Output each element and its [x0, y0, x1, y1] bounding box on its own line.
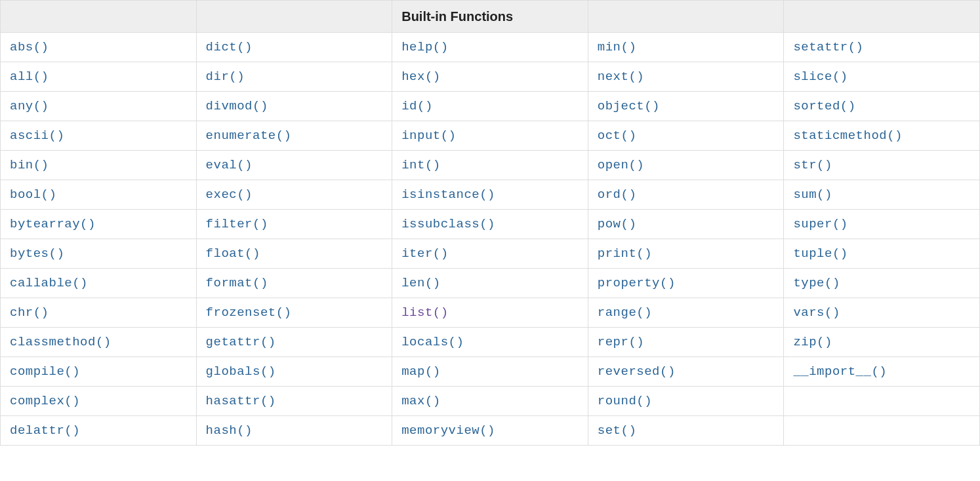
- table-cell: any(): [1, 92, 197, 121]
- function-link[interactable]: open(): [598, 158, 644, 172]
- function-link[interactable]: reversed(): [598, 364, 676, 379]
- function-link[interactable]: id(): [401, 99, 433, 113]
- function-link[interactable]: enumerate(): [206, 128, 292, 143]
- table-row: bin()eval()int()open()str(): [1, 151, 980, 180]
- function-link[interactable]: type(): [793, 276, 840, 290]
- function-link[interactable]: frozenset(): [206, 305, 292, 320]
- function-link[interactable]: sum(): [793, 187, 832, 202]
- function-link[interactable]: delattr(): [10, 423, 80, 438]
- table-cell: object(): [588, 92, 784, 121]
- table-cell: int(): [392, 151, 588, 180]
- table-header-row: Built-in Functions: [1, 1, 980, 33]
- table-cell: pow(): [588, 210, 784, 239]
- function-link[interactable]: float(): [206, 246, 260, 261]
- function-link[interactable]: isinstance(): [401, 187, 495, 202]
- function-link[interactable]: max(): [401, 394, 441, 408]
- function-link[interactable]: exec(): [206, 187, 253, 202]
- function-link[interactable]: abs(): [10, 40, 49, 54]
- function-link[interactable]: sorted(): [793, 99, 855, 113]
- function-link[interactable]: str(): [793, 158, 832, 172]
- function-link[interactable]: getattr(): [206, 335, 276, 349]
- function-link[interactable]: all(): [10, 69, 49, 84]
- table-cell: frozenset(): [196, 298, 392, 328]
- table-cell: [784, 416, 980, 446]
- table-cell: len(): [392, 269, 588, 298]
- table-cell: globals(): [196, 357, 392, 387]
- function-link[interactable]: chr(): [10, 305, 49, 320]
- table-cell: staticmethod(): [784, 121, 980, 151]
- function-link[interactable]: iter(): [401, 246, 448, 261]
- function-link[interactable]: min(): [598, 40, 637, 54]
- function-link[interactable]: bytearray(): [10, 217, 96, 231]
- function-link[interactable]: round(): [598, 394, 652, 408]
- function-link[interactable]: filter(): [206, 217, 268, 231]
- table-cell: next(): [588, 62, 784, 92]
- function-link[interactable]: next(): [598, 69, 644, 84]
- table-cell: set(): [588, 416, 784, 446]
- table-cell: bool(): [1, 180, 197, 210]
- table-cell: ord(): [588, 180, 784, 210]
- function-link[interactable]: issubclass(): [401, 217, 495, 231]
- function-link[interactable]: hex(): [401, 69, 441, 84]
- function-link[interactable]: ascii(): [10, 128, 64, 143]
- function-link[interactable]: divmod(): [206, 99, 268, 113]
- function-link[interactable]: dict(): [206, 40, 253, 54]
- function-link[interactable]: bin(): [10, 158, 49, 172]
- function-link[interactable]: locals(): [401, 335, 464, 349]
- function-link[interactable]: ord(): [598, 187, 637, 202]
- function-link[interactable]: dir(): [206, 69, 245, 84]
- function-link[interactable]: any(): [10, 99, 49, 113]
- function-link[interactable]: repr(): [598, 335, 644, 349]
- table-row: callable()format()len()property()type(): [1, 269, 980, 298]
- function-link[interactable]: eval(): [206, 158, 253, 172]
- table-row: all()dir()hex()next()slice(): [1, 62, 980, 92]
- table-row: any()divmod()id()object()sorted(): [1, 92, 980, 121]
- function-link[interactable]: format(): [206, 276, 268, 290]
- function-link[interactable]: hash(): [206, 423, 253, 438]
- table-cell: chr(): [1, 298, 197, 328]
- function-link[interactable]: map(): [401, 364, 441, 379]
- function-link[interactable]: super(): [793, 217, 847, 231]
- function-link[interactable]: zip(): [793, 335, 832, 349]
- function-link[interactable]: staticmethod(): [793, 128, 903, 143]
- table-body: abs()dict()help()min()setattr()all()dir(…: [1, 33, 980, 446]
- function-link[interactable]: len(): [401, 276, 441, 290]
- table-row: complex()hasattr()max()round(): [1, 387, 980, 416]
- table-cell: help(): [392, 33, 588, 62]
- function-link[interactable]: slice(): [793, 69, 847, 84]
- function-link[interactable]: object(): [598, 99, 660, 113]
- function-link[interactable]: vars(): [793, 305, 840, 320]
- function-link[interactable]: bool(): [10, 187, 56, 202]
- function-link[interactable]: classmethod(): [10, 335, 112, 349]
- function-link[interactable]: callable(): [10, 276, 88, 290]
- function-link[interactable]: range(): [598, 305, 652, 320]
- function-link[interactable]: tuple(): [793, 246, 847, 261]
- function-link[interactable]: set(): [598, 423, 637, 438]
- table-cell: repr(): [588, 328, 784, 357]
- function-link[interactable]: oct(): [598, 128, 637, 143]
- function-link[interactable]: print(): [598, 246, 652, 261]
- function-link[interactable]: __import__(): [793, 364, 887, 379]
- table-row: ascii()enumerate()input()oct()staticmeth…: [1, 121, 980, 151]
- function-link[interactable]: property(): [598, 276, 676, 290]
- function-link[interactable]: int(): [401, 158, 441, 172]
- table-cell: [784, 387, 980, 416]
- function-link[interactable]: input(): [401, 128, 456, 143]
- function-link[interactable]: list(): [401, 305, 448, 320]
- table-cell: tuple(): [784, 239, 980, 269]
- table-cell: type(): [784, 269, 980, 298]
- function-link[interactable]: globals(): [206, 364, 276, 379]
- function-link[interactable]: compile(): [10, 364, 80, 379]
- function-link[interactable]: hasattr(): [206, 394, 276, 408]
- function-link[interactable]: complex(): [10, 394, 80, 408]
- function-link[interactable]: pow(): [598, 217, 637, 231]
- table-row: bool()exec()isinstance()ord()sum(): [1, 180, 980, 210]
- function-link[interactable]: bytes(): [10, 246, 64, 261]
- table-cell: issubclass(): [392, 210, 588, 239]
- table-cell: sorted(): [784, 92, 980, 121]
- function-link[interactable]: help(): [401, 40, 448, 54]
- function-link[interactable]: memoryview(): [401, 423, 495, 438]
- table-cell: reversed(): [588, 357, 784, 387]
- function-link[interactable]: setattr(): [793, 40, 863, 54]
- table-cell: hash(): [196, 416, 392, 446]
